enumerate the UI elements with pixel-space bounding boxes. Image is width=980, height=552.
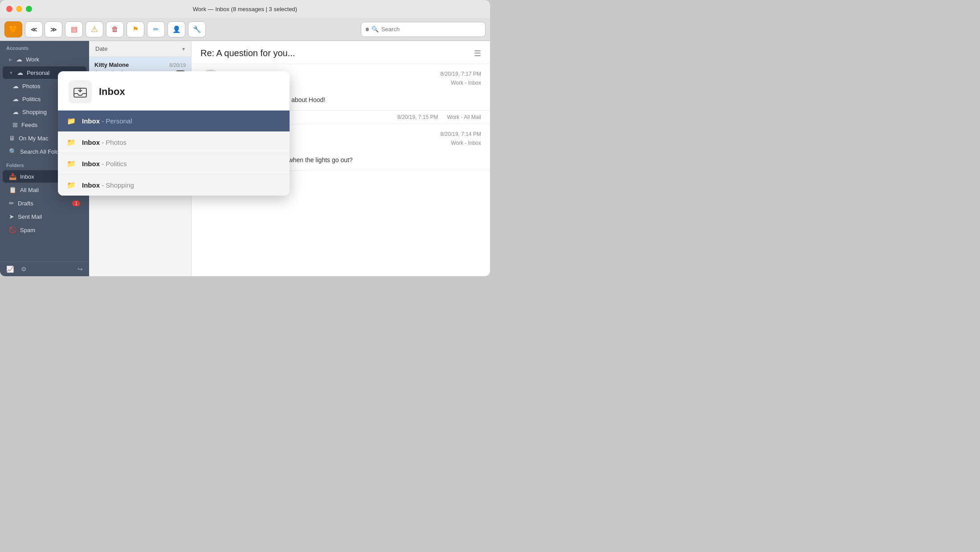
chevron-right-icon: ▶ xyxy=(9,57,12,62)
contact-button[interactable]: 👤 xyxy=(167,21,185,37)
cloud-icon-personal: ☁ xyxy=(17,69,23,76)
drafts-badge: 1 xyxy=(72,200,80,206)
reply-forward-group: ≪ ≫ xyxy=(25,21,62,37)
edit-button[interactable]: ✏ xyxy=(147,21,165,37)
dropdown-item-label-3: Inbox - Shopping xyxy=(82,181,134,189)
sidebar-item-work[interactable]: ▶ ☁ Work xyxy=(3,53,86,65)
sidebar-item-photos-label: Photos xyxy=(22,83,40,90)
dropdown-items: 📁 Inbox - Personal 📁 Inbox - Photos 📁 In… xyxy=(58,110,290,196)
dropdown-item-light-1: - Photos xyxy=(102,139,127,146)
sidebar-item-shopping-label: Shopping xyxy=(22,109,47,115)
sidebar-item-sent-mail[interactable]: ➤ Sent Mail xyxy=(3,210,86,223)
dropdown-item-light-0: - Personal xyxy=(102,117,132,125)
search-icon: 🔍 xyxy=(372,26,379,33)
minimize-button[interactable] xyxy=(16,6,22,12)
inbox-folder-icon xyxy=(73,85,87,99)
reply-all-button[interactable]: ≪ xyxy=(25,21,43,37)
all-mail-icon: 📋 xyxy=(9,186,16,193)
email-detail-header: Re: A question for you... ☰ xyxy=(192,41,490,64)
search-dot xyxy=(366,28,369,31)
cloud-icon-work: ☁ xyxy=(16,56,22,63)
dropdown-item-3[interactable]: 📁 Inbox - Shopping xyxy=(58,175,290,196)
dropdown-item-bold-0: Inbox xyxy=(82,117,100,125)
maximize-button[interactable] xyxy=(26,6,32,12)
sort-chevron-icon[interactable]: ▾ xyxy=(182,46,185,52)
trash-button[interactable]: 🗑 xyxy=(106,21,124,37)
folder-2: Work - All Mail xyxy=(447,114,481,120)
search-all-icon: 🔍 xyxy=(9,148,16,155)
dropdown-header: Inbox xyxy=(58,71,290,110)
dropdown-item-0[interactable]: 📁 Inbox - Personal xyxy=(58,110,290,132)
toolbar: 🧡 ≪ ≫ ▤ ⚠ 🗑 ⚑ ✏ 👤 🔧 🔍 xyxy=(0,18,490,41)
sidebar-item-drafts-label: Drafts xyxy=(18,200,33,207)
inbox-icon: 📥 xyxy=(9,173,16,180)
dropdown-title: Inbox xyxy=(99,86,125,98)
sidebar-item-on-my-mac-label: On My Mac xyxy=(19,135,48,142)
message-item-0-top: Kitty Malone 8/20/19 xyxy=(94,61,186,68)
inbox-dropdown: Inbox 📁 Inbox - Personal 📁 Inbox - Photo… xyxy=(58,71,290,196)
timestamp-3: 8/20/19, 7:14 PM xyxy=(441,131,481,137)
dropdown-icon-box xyxy=(69,80,92,103)
email-subject: Re: A question for you... xyxy=(200,48,295,58)
dropdown-item-1[interactable]: 📁 Inbox - Photos xyxy=(58,132,290,153)
cloud-icon-politics: ☁ xyxy=(12,95,19,102)
menu-icon[interactable]: ☰ xyxy=(474,49,481,58)
folder-icon-2: 📁 xyxy=(67,159,76,168)
dropdown-item-label-1: Inbox - Photos xyxy=(82,139,127,146)
sidebar-item-drafts[interactable]: ✏ Drafts 1 xyxy=(3,197,86,209)
sidebar-item-feeds-label: Feeds xyxy=(21,122,37,128)
folder-icon-3: 📁 xyxy=(67,181,76,189)
forward-button[interactable]: ≫ xyxy=(45,21,62,37)
sidebar-item-sent-mail-label: Sent Mail xyxy=(18,213,42,220)
sidebar-item-work-label: Work xyxy=(26,56,39,63)
feeds-icon: ⊞ xyxy=(12,121,18,128)
dropdown-item-2[interactable]: 📁 Inbox - Politics xyxy=(58,153,290,175)
timestamp-2: 8/20/19, 7:15 PM xyxy=(397,114,438,120)
sort-label: Date xyxy=(95,45,107,52)
timestamp-1: 8/20/19, 7:17 PM xyxy=(441,71,481,77)
cloud-icon-photos: ☁ xyxy=(12,82,19,90)
accounts-header: Accounts xyxy=(0,41,89,53)
sidebar-footer: 📈 ⚙ ↪ xyxy=(0,262,89,276)
warning-button[interactable]: ⚠ xyxy=(86,21,103,37)
archive-button[interactable]: ▤ xyxy=(65,21,83,37)
dropdown-item-bold-3: Inbox xyxy=(82,181,100,189)
dropdown-item-light-3: - Shopping xyxy=(102,181,134,189)
chevron-down-icon: ▼ xyxy=(9,70,13,75)
sidebar-item-personal-label: Personal xyxy=(27,70,49,76)
signout-icon[interactable]: ↪ xyxy=(78,266,83,273)
settings-icon[interactable]: ⚙ xyxy=(21,266,27,273)
dropdown-item-label-0: Inbox - Personal xyxy=(82,117,132,125)
flag-button[interactable]: ⚑ xyxy=(127,21,144,37)
sidebar-item-inbox-label: Inbox xyxy=(20,173,34,180)
search-input[interactable] xyxy=(381,26,481,33)
sent-mail-icon: ➤ xyxy=(9,213,14,220)
folder-icon-0: 📁 xyxy=(67,117,76,125)
folder-3: Work - Inbox xyxy=(451,140,481,146)
folder-1: Work - Inbox xyxy=(451,80,481,86)
sidebar-item-politics-label: Politics xyxy=(22,96,41,102)
close-button[interactable] xyxy=(6,6,12,12)
titlebar: Work — Inbox (8 messages | 3 selected) xyxy=(0,0,490,18)
window-title: Work — Inbox (8 messages | 3 selected) xyxy=(193,6,297,12)
dropdown-item-bold-2: Inbox xyxy=(82,160,100,168)
account-button[interactable]: 🧡 xyxy=(4,21,22,37)
tools-button[interactable]: 🔧 xyxy=(188,21,206,37)
message-sender-0: Kitty Malone xyxy=(94,61,129,68)
monitor-icon: 🖥 xyxy=(9,135,15,142)
cloud-icon-shopping: ☁ xyxy=(12,108,19,115)
message-date-0: 8/20/19 xyxy=(169,62,186,68)
window-controls xyxy=(6,6,32,12)
search-bar[interactable]: 🔍 xyxy=(361,22,486,37)
activity-icon[interactable]: 📈 xyxy=(6,266,14,273)
sidebar-item-spam-label: Spam xyxy=(20,227,35,233)
sidebar-item-spam[interactable]: 🚫 Spam xyxy=(3,224,86,236)
drafts-icon: ✏ xyxy=(9,200,14,207)
message-list-header: Date ▾ xyxy=(89,41,191,57)
dropdown-item-label-2: Inbox - Politics xyxy=(82,160,127,168)
spam-icon: 🚫 xyxy=(9,226,16,233)
sidebar-item-all-mail-label: All Mail xyxy=(20,187,39,193)
dropdown-item-bold-1: Inbox xyxy=(82,139,100,146)
folder-icon-1: 📁 xyxy=(67,138,76,147)
dropdown-item-light-2: - Politics xyxy=(102,160,127,168)
